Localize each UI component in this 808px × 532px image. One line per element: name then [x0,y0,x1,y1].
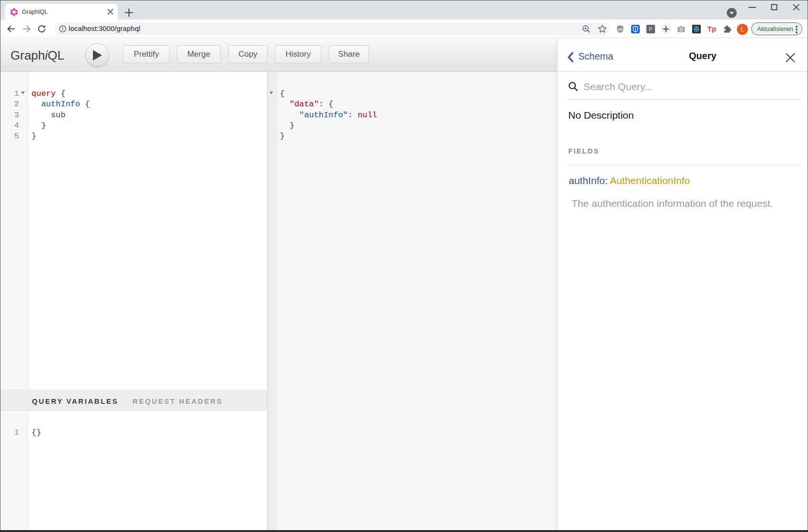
svg-text:uD: uD [618,28,623,31]
svg-text:P: P [649,26,652,32]
